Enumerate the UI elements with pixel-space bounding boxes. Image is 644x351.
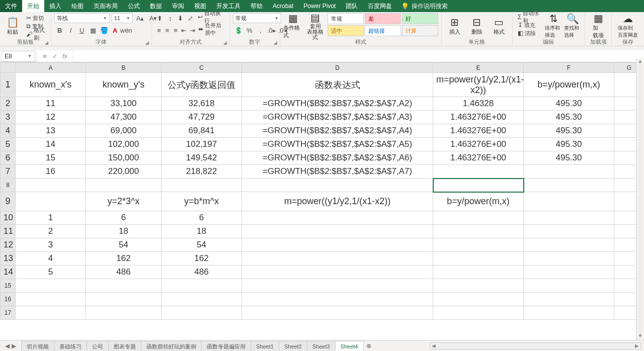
bold-button[interactable]: B (54, 25, 65, 35)
cell[interactable]: 12 (16, 111, 86, 124)
cell[interactable]: known_y's (86, 73, 162, 97)
cell[interactable]: 149,542 (162, 151, 242, 165)
tab-help[interactable]: 帮助 (246, 0, 268, 12)
cell[interactable] (162, 179, 242, 192)
dialog-launcher-icon[interactable]: ◢ (45, 40, 50, 45)
row-header[interactable]: 1 (1, 73, 16, 97)
cell[interactable]: 150,000 (86, 151, 162, 165)
phonetic-button[interactable]: wén (121, 25, 132, 35)
percent-button[interactable]: % (244, 25, 255, 35)
cell[interactable]: 6 (162, 211, 242, 225)
border-button[interactable]: ▦ (88, 25, 99, 35)
cell[interactable] (524, 238, 614, 252)
cell[interactable]: 69,000 (86, 124, 162, 138)
cell[interactable]: 11 (16, 97, 86, 111)
format-cells-button[interactable]: ▭格式 (489, 13, 509, 38)
cell[interactable]: 1 (16, 211, 86, 225)
cell[interactable] (242, 225, 433, 238)
cell[interactable] (242, 211, 433, 225)
column-header[interactable]: B (86, 63, 162, 73)
fill-button[interactable]: ↧填充 (516, 21, 543, 29)
cell[interactable]: 2 (16, 225, 86, 238)
name-box[interactable]: E8▼ (1, 51, 35, 62)
conditional-format-button[interactable]: ▦条件格式 (283, 13, 303, 38)
comma-button[interactable]: , (255, 25, 266, 35)
cancel-formula-button[interactable]: ✕ (40, 53, 50, 60)
increase-decimal-button[interactable]: .0▸ (266, 25, 277, 35)
align-bottom-button[interactable]: ⬇ (175, 13, 185, 23)
cell[interactable]: known_x's (16, 73, 86, 97)
align-left-button[interactable]: ≡ (155, 25, 164, 35)
scroll-left-icon[interactable]: ◀ (430, 343, 437, 348)
cell[interactable]: 69,841 (162, 124, 242, 138)
cell[interactable]: 5 (16, 266, 86, 279)
cell[interactable]: 218,822 (162, 165, 242, 179)
orientation-button[interactable]: ⤢ (186, 13, 196, 23)
column-header[interactable]: A (16, 63, 86, 73)
cell[interactable]: =GROWTH($B$2:$B$7,$A$2:$A$7,A3) (242, 111, 433, 124)
accounting-button[interactable]: 💲 (233, 25, 244, 35)
tab-insert[interactable]: 插入 (44, 0, 66, 12)
sort-filter-button[interactable]: ⇅排序和筛选 (545, 13, 562, 38)
sheet-tab[interactable]: Sheet3 (307, 341, 336, 351)
cell[interactable]: m=power(y1/y2,1/(x1-x2)) (433, 73, 524, 97)
cell[interactable]: =GROWTH($B$2:$B$7,$A$2:$A$7,A2) (242, 97, 433, 111)
style-swatch[interactable]: 适中 (328, 25, 364, 36)
cell[interactable] (433, 252, 524, 266)
sheet-tab[interactable]: 公司 (87, 341, 109, 351)
style-swatch[interactable]: 常规 (328, 13, 364, 24)
horizontal-scrollbar[interactable]: ◀▶ (430, 342, 641, 349)
cell[interactable] (16, 279, 86, 293)
row-header[interactable]: 17 (1, 306, 16, 320)
cell[interactable]: y=b*m^x (162, 192, 242, 211)
sheet-tab[interactable]: 切片视频 (21, 341, 54, 351)
cell[interactable]: 公式y函数返回值 (162, 73, 242, 97)
style-swatch[interactable]: 差 (365, 13, 401, 24)
cell[interactable]: 1.463276E+00 (433, 111, 524, 124)
tab-formulas[interactable]: 公式 (123, 0, 145, 12)
row-header[interactable]: 6 (1, 151, 16, 165)
number-format-combo[interactable]: 常规▼ (233, 13, 281, 23)
cell[interactable]: 162 (162, 252, 242, 266)
formula-input[interactable] (73, 51, 644, 62)
vertical-scrollbar[interactable]: ▲ ▼ (636, 58, 644, 340)
cell[interactable] (524, 306, 614, 320)
cell[interactable]: 32,618 (162, 97, 242, 111)
sheet-tab[interactable]: 图表专题 (108, 341, 141, 351)
cell[interactable]: 102,000 (86, 138, 162, 151)
autosum-button[interactable]: Σ自动求和 (516, 13, 543, 21)
cell[interactable]: 18 (162, 225, 242, 238)
cell[interactable]: 162 (86, 252, 162, 266)
style-swatch[interactable]: 计算 (402, 25, 438, 36)
cell[interactable]: 16 (16, 165, 86, 179)
cell[interactable] (524, 192, 614, 211)
cell[interactable]: 54 (162, 238, 242, 252)
cell[interactable]: 47,729 (162, 111, 242, 124)
cell[interactable]: 495.30 (524, 111, 614, 124)
cell[interactable]: 495.30 (524, 151, 614, 165)
sheet-tab[interactable]: Sheet2 (279, 341, 307, 351)
delete-cells-button[interactable]: ⊟删除 (467, 13, 487, 38)
tell-me[interactable]: 💡操作说明搜索 (397, 0, 452, 12)
cell[interactable]: 54 (86, 238, 162, 252)
increase-font-button[interactable]: A▴ (135, 13, 146, 23)
cell[interactable] (16, 306, 86, 320)
cell[interactable] (242, 279, 433, 293)
cell[interactable] (16, 179, 86, 192)
tab-baidu[interactable]: 百度网盘 (363, 0, 397, 12)
clear-button[interactable]: ◧清除 (516, 29, 543, 37)
cell-styles-gallery[interactable]: 适中超链接计算 (328, 25, 438, 36)
format-as-table-button[interactable]: ▤套用 表格格式 (305, 13, 326, 38)
sheet-nav-prev-icon[interactable]: ◀ (5, 342, 10, 349)
cell[interactable] (524, 179, 614, 192)
cell[interactable] (433, 165, 524, 179)
italic-button[interactable]: I (65, 25, 76, 35)
cell[interactable]: =GROWTH($B$2:$B$7,$A$2:$A$7,A5) (242, 138, 433, 151)
cell[interactable]: 4 (16, 252, 86, 266)
cut-button[interactable]: ✂剪切 (24, 14, 47, 22)
align-center-button[interactable]: ≡ (163, 25, 172, 35)
cell[interactable]: 486 (162, 266, 242, 279)
cell[interactable]: 495.30 (524, 124, 614, 138)
cell[interactable] (433, 211, 524, 225)
sheet-tab[interactable]: 基础练习 (54, 341, 87, 351)
